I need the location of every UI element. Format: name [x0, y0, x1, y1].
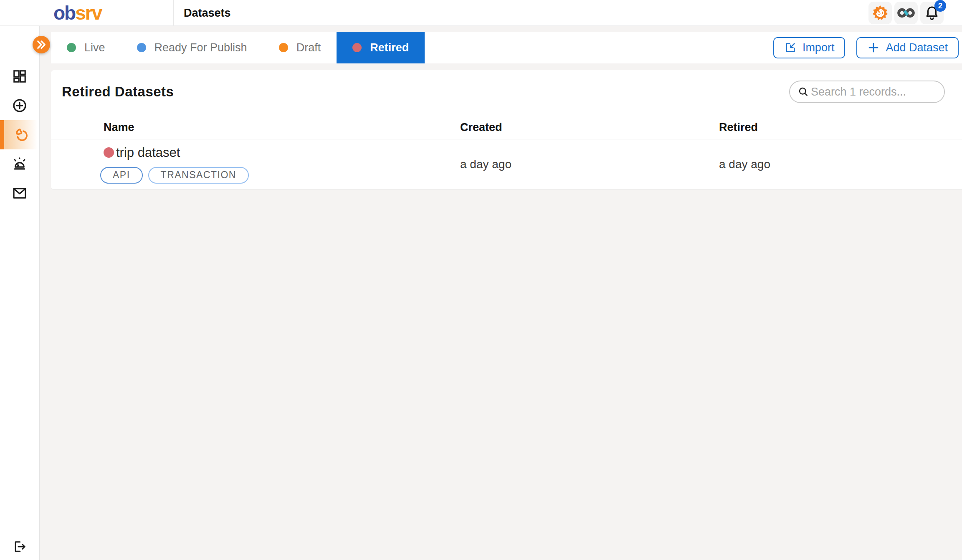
- ready-status-dot: [137, 43, 146, 52]
- table-row[interactable]: trip dataset API TRANSACTION a day ago a…: [51, 139, 962, 189]
- logo-part-2: srv: [75, 2, 101, 24]
- header-actions: 2: [868, 2, 944, 24]
- notifications-button[interactable]: 2: [920, 2, 944, 24]
- infinity-icon: [897, 8, 915, 18]
- dataset-name-line: trip dataset: [104, 145, 460, 160]
- sidebar-item-new-dataset[interactable]: [0, 91, 39, 120]
- live-status-dot: [67, 43, 76, 52]
- retired-row-status-dot: [104, 147, 114, 158]
- sidebar-item-alerts[interactable]: [0, 149, 39, 179]
- top-header: obsrv Datasets: [0, 0, 962, 26]
- plus-icon: [867, 41, 880, 54]
- created-cell: a day ago: [460, 139, 719, 189]
- retired-datasets-card: Retired Datasets Name Created Retired tr…: [51, 70, 962, 190]
- section-title: Retired Datasets: [62, 84, 174, 100]
- column-header-name: Name: [104, 121, 460, 139]
- tab-label: Ready For Publish: [154, 41, 247, 54]
- tag-chip-transaction: TRANSACTION: [148, 167, 249, 184]
- dataset-tags: API TRANSACTION: [100, 167, 460, 184]
- datasets-icon: [14, 127, 30, 143]
- search-box[interactable]: [789, 81, 945, 103]
- import-button[interactable]: Import: [773, 37, 846, 58]
- import-icon: [784, 41, 797, 54]
- add-dataset-button[interactable]: Add Dataset: [856, 37, 959, 58]
- search-input[interactable]: [811, 86, 959, 98]
- header-divider: [173, 0, 174, 25]
- obsrv-logo: obsrv: [53, 3, 101, 23]
- logo-part-1: ob: [53, 2, 75, 24]
- add-circle-icon: [12, 98, 28, 114]
- retired-status-dot: [352, 43, 362, 52]
- tag-chip-api: API: [100, 167, 143, 184]
- sidebar-item-messages[interactable]: [0, 179, 39, 208]
- column-header-created: Created: [460, 121, 719, 139]
- column-header-retired: Retired: [719, 121, 962, 139]
- strip-actions: Import Add Dataset: [773, 32, 962, 63]
- page-title: Datasets: [184, 6, 231, 19]
- search-icon: [797, 86, 809, 98]
- sidebar: [0, 26, 40, 560]
- notification-badge: 2: [934, 0, 946, 12]
- tab-label: Draft: [296, 41, 321, 54]
- sidebar-item-datasets[interactable]: [0, 120, 39, 149]
- sidebar-item-dashboard[interactable]: [0, 62, 39, 91]
- tab-draft[interactable]: Draft: [263, 32, 337, 63]
- tab-label: Live: [84, 41, 105, 54]
- tab-label: Retired: [370, 41, 409, 54]
- dashboard-icon: [12, 69, 27, 84]
- dataset-name-cell: trip dataset API TRANSACTION: [104, 139, 460, 189]
- tab-ready-for-publish[interactable]: Ready For Publish: [121, 32, 263, 63]
- mail-icon: [12, 185, 28, 201]
- grafana-button[interactable]: [868, 2, 892, 24]
- add-dataset-label: Add Dataset: [886, 41, 948, 54]
- dataset-name: trip dataset: [116, 145, 180, 160]
- infinity-button[interactable]: [894, 2, 918, 24]
- sidebar-item-logout[interactable]: [0, 539, 39, 554]
- import-label: Import: [803, 41, 835, 54]
- double-chevron-right-icon: [35, 40, 47, 50]
- draft-status-dot: [279, 43, 288, 52]
- alert-siren-icon: [12, 156, 28, 172]
- status-tabstrip: Live Ready For Publish Draft Retired Imp…: [51, 32, 962, 63]
- sidebar-expand-button[interactable]: [33, 36, 50, 53]
- logout-icon: [12, 539, 27, 554]
- grafana-icon: [872, 5, 889, 21]
- tab-retired[interactable]: Retired: [337, 32, 425, 63]
- tab-live[interactable]: Live: [51, 32, 121, 63]
- retired-cell: a day ago: [719, 139, 962, 189]
- table-header-row: Name Created Retired: [51, 121, 962, 139]
